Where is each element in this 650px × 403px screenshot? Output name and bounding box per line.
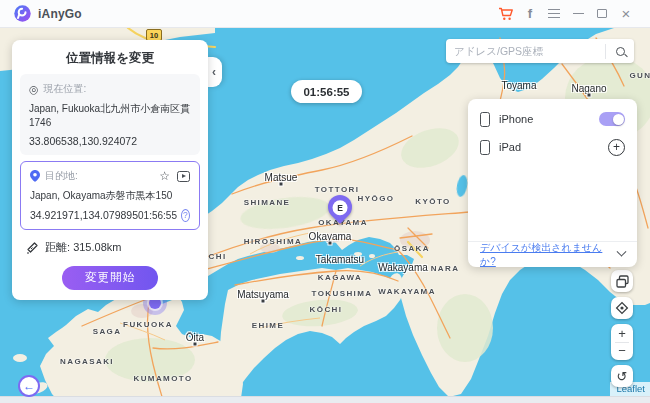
favorite-star-icon[interactable]: ☆ — [159, 170, 170, 182]
ruler-icon — [26, 241, 39, 254]
distance-value: 315.08km — [73, 241, 121, 253]
panel-title: 位置情報を変更 — [20, 47, 200, 74]
device-panel-footer: デバイスが検出されませんか? — [468, 241, 637, 267]
search-bar — [446, 39, 634, 63]
hamburger-icon — [548, 9, 560, 17]
layers-icon — [616, 275, 629, 288]
phone-icon — [480, 140, 490, 155]
device-toggle[interactable] — [599, 112, 625, 126]
search-input[interactable] — [446, 45, 605, 57]
add-device-icon[interactable]: + — [608, 139, 625, 156]
destination-marker-letter: E — [333, 200, 348, 215]
minimize-icon — [573, 13, 584, 14]
current-location-label: 現在位置: — [44, 82, 87, 96]
destination-timer: 01:56:55 — [138, 210, 177, 221]
cart-button[interactable] — [494, 2, 518, 26]
search-icon — [616, 47, 625, 56]
device-not-detected-link[interactable]: デバイスが検出されませんか? — [480, 241, 618, 269]
device-name: iPhone — [499, 113, 599, 125]
device-panel: iPhoneiPad+ デバイスが検出されませんか? — [468, 99, 637, 267]
save-collection-icon[interactable] — [177, 171, 190, 182]
pin-icon — [30, 170, 40, 182]
locate-icon — [615, 301, 629, 315]
zoom-out-button[interactable]: − — [611, 343, 633, 360]
timer-bubble: 01:56:55 — [291, 80, 362, 103]
current-location-box: ◎ 現在位置: Japan, Fukuoka北九州市小倉南区貫1746 33.8… — [20, 74, 200, 155]
chevron-left-icon: ‹ — [212, 65, 216, 79]
menu-button[interactable] — [542, 2, 566, 26]
zoom-control: + − — [611, 324, 633, 360]
back-button[interactable]: ← — [18, 375, 40, 397]
facebook-icon: f — [528, 6, 532, 21]
phone-icon — [480, 112, 490, 127]
layers-button[interactable] — [611, 270, 633, 292]
locate-button[interactable] — [611, 297, 633, 319]
maximize-button[interactable] — [590, 2, 614, 26]
close-button[interactable]: × — [614, 2, 638, 26]
zoom-in-button[interactable]: + — [611, 325, 633, 342]
device-name: iPad — [499, 141, 608, 153]
destination-coordinates: 34.921971,134.079895 — [30, 209, 138, 221]
facebook-button[interactable]: f — [518, 2, 542, 26]
ianygo-logo-icon — [14, 5, 31, 22]
destination-address: Japan, Okayama赤磐市黒本150 — [30, 189, 190, 203]
distance-label: 距離: — [45, 240, 70, 255]
distance-row: 距離: 315.08km — [22, 240, 198, 255]
change-location-panel: 位置情報を変更 ◎ 現在位置: Japan, Fukuoka北九州市小倉南区貫1… — [12, 40, 208, 300]
panel-collapse-button[interactable]: ‹ — [206, 57, 222, 87]
device-row[interactable]: iPad+ — [480, 133, 625, 161]
chevron-down-icon[interactable] — [617, 247, 627, 257]
help-icon[interactable]: ? — [181, 209, 190, 222]
reset-icon: ↺ — [617, 370, 628, 383]
device-list: iPhoneiPad+ — [468, 99, 637, 241]
maximize-icon — [597, 9, 607, 18]
cart-icon — [498, 7, 514, 21]
app-window: iAnyGo f × — [0, 0, 650, 403]
close-icon: × — [622, 6, 631, 21]
start-change-button[interactable]: 変更開始 — [62, 266, 158, 290]
window-bottom-edge — [0, 396, 650, 403]
destination-box[interactable]: 目的地: ☆ Japan, Okayama赤磐市黒本150 34.921971,… — [20, 161, 200, 230]
device-row[interactable]: iPhone — [480, 105, 625, 133]
title-bar: iAnyGo f × — [0, 0, 650, 28]
minimize-button[interactable] — [566, 2, 590, 26]
back-arrow-icon: ← — [23, 379, 35, 393]
destination-label: 目的地: — [45, 169, 78, 183]
target-icon: ◎ — [29, 84, 39, 95]
search-button[interactable] — [606, 39, 634, 63]
current-location-coordinates: 33.806538,130.924072 — [29, 135, 191, 147]
app-title: iAnyGo — [38, 7, 82, 21]
current-location-address: Japan, Fukuoka北九州市小倉南区貫1746 — [29, 102, 191, 129]
reset-button[interactable]: ↺ — [611, 365, 633, 387]
